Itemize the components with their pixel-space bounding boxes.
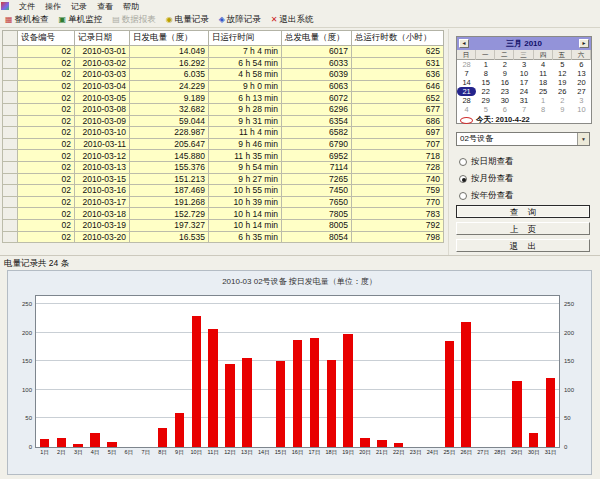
column-header[interactable]: 总运行时数（小时）	[352, 31, 444, 46]
calendar-next-button[interactable]: ►	[579, 39, 589, 48]
table-row[interactable]: 022010-03-0959.0449 h 31 min6354686	[3, 115, 444, 127]
toolbar-button[interactable]: ▦整机检查	[2, 13, 52, 27]
calendar-day[interactable]: 18	[534, 78, 553, 87]
calendar-day[interactable]: 2	[495, 60, 514, 69]
toolbar-button[interactable]: ◉电量记录	[163, 13, 212, 27]
calendar-day[interactable]: 9	[553, 105, 572, 114]
query-button[interactable]: 查 询	[456, 205, 590, 218]
calendar-day[interactable]: 21	[457, 87, 476, 96]
table-row[interactable]: 022010-03-059.1896 h 13 min6072652	[3, 92, 444, 104]
table-cell: 707	[352, 138, 444, 150]
calendar-day[interactable]: 4	[457, 105, 476, 114]
selector-header[interactable]	[3, 31, 18, 46]
toolbar-button[interactable]: ◈故障记录	[216, 13, 264, 27]
column-header[interactable]: 设备编号	[18, 31, 75, 46]
chevron-down-icon[interactable]: ▼	[577, 133, 589, 145]
calendar-day[interactable]: 31	[514, 96, 533, 105]
column-header[interactable]: 日运行时间	[209, 31, 282, 46]
table-row[interactable]: 022010-03-16187.46910 h 55 min7450759	[3, 185, 444, 197]
bar-slot	[306, 296, 323, 447]
table-row[interactable]: 022010-03-19197.32710 h 14 min8005792	[3, 219, 444, 231]
calendar-day[interactable]: 26	[553, 87, 572, 96]
calendar-day[interactable]: 13	[572, 69, 591, 78]
radio-icon	[459, 175, 467, 183]
table-row[interactable]: 022010-03-036.0354 h 58 min6039636	[3, 69, 444, 81]
side-panel: ◄ 三月 2010 ► 日一二三四五六 28123456789101112131…	[448, 29, 598, 255]
calendar-day[interactable]: 3	[572, 96, 591, 105]
calendar-day[interactable]: 6	[495, 105, 514, 114]
table-cell: 2010-03-05	[75, 92, 130, 104]
calendar-day[interactable]: 28	[457, 60, 476, 69]
calendar-day[interactable]: 12	[553, 69, 572, 78]
calendar-day[interactable]: 14	[457, 78, 476, 87]
calendar-day[interactable]: 2	[553, 96, 572, 105]
calendar-day[interactable]: 8	[476, 69, 495, 78]
calendar-day[interactable]: 6	[572, 60, 591, 69]
calendar-day[interactable]: 5	[476, 105, 495, 114]
table-row[interactable]: 022010-03-11205.6479 h 46 min6790707	[3, 138, 444, 150]
calendar-day[interactable]: 20	[572, 78, 591, 87]
calendar-day[interactable]: 16	[495, 78, 514, 87]
calendar-day[interactable]: 30	[495, 96, 514, 105]
radio-view-option[interactable]: 按日期查看	[459, 153, 514, 170]
y-axis-tick-label: 250	[22, 301, 32, 307]
radio-view-option[interactable]: 按年份查看	[459, 187, 514, 204]
table-row[interactable]: 022010-03-2016.5356 h 35 min8054798	[3, 231, 444, 243]
calendar-day[interactable]: 23	[495, 87, 514, 96]
calendar-day[interactable]: 1	[476, 60, 495, 69]
table-row[interactable]: 022010-03-10228.98711 h 4 min6582697	[3, 127, 444, 139]
x-axis-tick-label: 20日	[359, 449, 371, 456]
calendar-day[interactable]: 22	[476, 87, 495, 96]
table-row[interactable]: 022010-03-0114.0497 h 4 min6017625	[3, 46, 444, 58]
calendar-day[interactable]: 15	[476, 78, 495, 87]
calendar-day[interactable]: 10	[572, 105, 591, 114]
table-cell: 02	[18, 127, 75, 139]
calendar-prev-button[interactable]: ◄	[459, 39, 469, 48]
calendar-day[interactable]: 29	[476, 96, 495, 105]
table-row[interactable]: 022010-03-15151.2139 h 27 min7265740	[3, 173, 444, 185]
table-row[interactable]: 022010-03-0832.6829 h 28 min6296677	[3, 103, 444, 115]
calendar-day[interactable]: 7	[457, 69, 476, 78]
chart-bar	[529, 433, 538, 447]
menu-item[interactable]: 操作	[40, 1, 66, 12]
calendar-day[interactable]: 19	[553, 78, 572, 87]
calendar-day[interactable]: 5	[553, 60, 572, 69]
device-select[interactable]: 02号设备 ▼	[456, 132, 590, 146]
toolbar-button[interactable]: ▣单机监控	[56, 13, 106, 27]
table-cell: 155.376	[130, 161, 209, 173]
column-header[interactable]: 记录日期	[75, 31, 130, 46]
menu-item[interactable]: 查看	[92, 1, 118, 12]
prev-page-button[interactable]: 上 页	[456, 222, 590, 235]
calendar-day[interactable]: 28	[457, 96, 476, 105]
radio-view-option[interactable]: 按月份查看	[459, 170, 514, 187]
menu-item[interactable]: 记录	[66, 1, 92, 12]
toolbar-button[interactable]: ✕退出系统	[268, 13, 317, 27]
column-header[interactable]: 总发电量（度）	[282, 31, 352, 46]
calendar-day[interactable]: 7	[514, 105, 533, 114]
calendar-day[interactable]: 9	[495, 69, 514, 78]
y-axis-tick-label: 200	[564, 330, 574, 336]
bar-slot	[103, 296, 120, 447]
calendar-day[interactable]: 11	[534, 69, 553, 78]
table-row[interactable]: 022010-03-18152.72910 h 14 min7805783	[3, 208, 444, 220]
table-row[interactable]: 022010-03-0216.2926 h 54 min6033631	[3, 57, 444, 69]
table-row[interactable]: 022010-03-17191.26810 h 39 min7650770	[3, 196, 444, 208]
exit-button[interactable]: 退 出	[456, 239, 590, 252]
column-header[interactable]: 日发电量（度）	[130, 31, 209, 46]
calendar-day[interactable]: 3	[514, 60, 533, 69]
calendar-day[interactable]: 17	[514, 78, 533, 87]
calendar-day[interactable]: 8	[534, 105, 553, 114]
calendar-day[interactable]: 25	[534, 87, 553, 96]
calendar-day[interactable]: 4	[534, 60, 553, 69]
calendar-day[interactable]: 27	[572, 87, 591, 96]
table-row[interactable]: 022010-03-12145.88011 h 35 min6952718	[3, 150, 444, 162]
calendar-day[interactable]: 1	[534, 96, 553, 105]
calendar-day[interactable]: 24	[514, 87, 533, 96]
single-monitor-icon: ▣	[59, 16, 67, 24]
table-row[interactable]: 022010-03-13155.3769 h 54 min7114728	[3, 161, 444, 173]
calendar-day[interactable]: 10	[514, 69, 533, 78]
table-row[interactable]: 022010-03-0424.2299 h 0 min6063646	[3, 80, 444, 92]
menu-item[interactable]: 帮助	[118, 1, 144, 12]
menu-item[interactable]: 文件	[14, 1, 40, 12]
chart-bar	[57, 438, 66, 447]
